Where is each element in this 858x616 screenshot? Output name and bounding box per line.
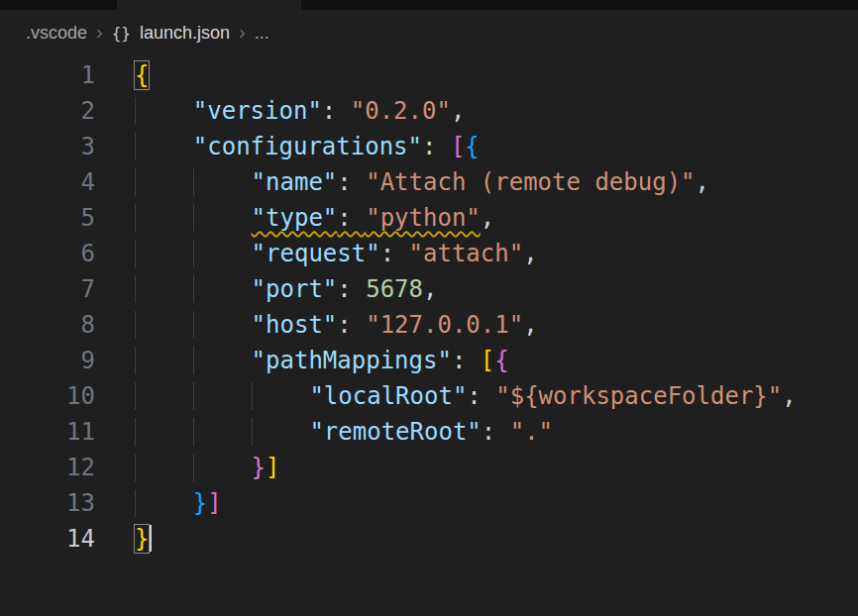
code-token: : [337, 311, 366, 339]
code-token: "configurations" [193, 133, 422, 160]
code-editor[interactable]: 1{2 "version": "0.2.0",3 "configurations… [0, 55, 858, 616]
code-line[interactable]: 14} [0, 521, 858, 557]
line-content: "request": "attach", [95, 236, 538, 271]
line-number: 13 [0, 485, 95, 521]
code-line[interactable]: 13 }] [0, 485, 858, 521]
code-token: , [481, 204, 494, 232]
code-token: "request" [252, 240, 380, 267]
indent-guide [193, 240, 252, 267]
tab-strip[interactable] [0, 0, 858, 10]
indent-guide [135, 347, 193, 374]
code-token: "version" [193, 97, 322, 125]
indent-guide [135, 454, 193, 481]
code-token: "python" [366, 204, 481, 232]
indent-guide [252, 418, 310, 446]
line-number: 5 [0, 200, 95, 236]
line-content: }] [95, 485, 222, 521]
breadcrumb-folder[interactable]: .vscode [26, 23, 87, 44]
code-token: "host" [252, 311, 338, 339]
line-content: "host": "127.0.0.1", [95, 307, 538, 343]
breadcrumb-file[interactable]: launch.json [140, 23, 230, 44]
indent-guide [252, 382, 310, 410]
line-number: 12 [0, 450, 95, 485]
line-content: "name": "Attach (remote debug)", [95, 164, 709, 200]
line-content: }] [95, 450, 280, 485]
json-file-icon: {} [112, 24, 131, 43]
code-token: , [696, 168, 709, 196]
code-token: } [252, 454, 266, 481]
code-token: { [465, 133, 479, 160]
indent-guide [135, 489, 193, 517]
code-token: "name" [252, 168, 338, 196]
code-token: : [337, 204, 366, 232]
code-line[interactable]: 3 "configurations": [{ [0, 129, 858, 164]
code-token: : [467, 382, 495, 410]
code-token: : [337, 275, 366, 303]
code-token: , [782, 382, 796, 410]
line-number: 8 [0, 307, 95, 343]
code-token: , [423, 275, 437, 303]
code-token: "remoteRoot" [309, 418, 481, 446]
line-content: "localRoot": "${workspaceFolder}", [95, 378, 797, 414]
line-content: "pathMappings": [{ [95, 343, 509, 378]
indent-guide [135, 240, 193, 267]
line-number: 1 [0, 57, 95, 93]
code-line[interactable]: 9 "pathMappings": [{ [0, 343, 858, 378]
chevron-right-icon: › [239, 22, 246, 42]
code-line[interactable]: 10 "localRoot": "${workspaceFolder}", [0, 378, 858, 414]
line-number: 10 [0, 378, 95, 414]
line-content: { [95, 57, 149, 93]
indent-guide [193, 454, 252, 481]
code-token: "port" [252, 275, 338, 303]
code-line[interactable]: 1{ [0, 57, 858, 93]
line-content: "configurations": [{ [95, 129, 480, 164]
line-number: 11 [0, 414, 95, 450]
code-token: "." [510, 418, 553, 446]
breadcrumb-symbol-ellipsis[interactable]: ... [255, 23, 269, 44]
line-content: } [95, 521, 152, 557]
code-lines: 1{2 "version": "0.2.0",3 "configurations… [0, 57, 858, 557]
indent-guide [135, 275, 193, 303]
code-token: } [135, 525, 149, 553]
code-line[interactable]: 7 "port": 5678, [0, 271, 858, 307]
code-line[interactable]: 4 "name": "Attach (remote debug)", [0, 164, 858, 200]
indent-guide [135, 382, 193, 410]
code-token: "127.0.0.1" [366, 311, 523, 339]
code-token: , [523, 240, 537, 267]
code-token: [ [481, 347, 494, 374]
line-number: 7 [0, 271, 95, 307]
indent-guide [193, 382, 252, 410]
code-token: : [482, 418, 510, 446]
code-line[interactable]: 5 "type": "python", [0, 200, 858, 236]
chevron-right-icon: › [96, 22, 103, 42]
code-token: , [451, 97, 465, 125]
code-token: "attach" [409, 240, 524, 267]
code-line[interactable]: 8 "host": "127.0.0.1", [0, 307, 858, 343]
line-content: "type": "python", [95, 200, 494, 236]
line-content: "version": "0.2.0", [95, 93, 465, 129]
indent-guide [135, 133, 193, 160]
code-line[interactable]: 11 "remoteRoot": "." [0, 414, 858, 450]
code-token: ] [266, 454, 279, 481]
indent-guide [193, 347, 252, 374]
indent-guide [135, 204, 193, 232]
code-token: "${workspaceFolder}" [495, 382, 782, 410]
code-token: "type" [252, 204, 338, 232]
line-number: 3 [0, 129, 95, 164]
code-token: "Attach (remote debug)" [366, 168, 695, 196]
code-line[interactable]: 12 }] [0, 450, 858, 485]
line-number: 9 [0, 343, 95, 378]
line-number: 4 [0, 164, 95, 200]
indent-guide [135, 418, 193, 446]
code-token: 5678 [366, 275, 423, 303]
line-number: 6 [0, 236, 95, 271]
indent-guide [193, 418, 252, 446]
code-line[interactable]: 2 "version": "0.2.0", [0, 93, 858, 129]
code-token: , [523, 311, 537, 339]
code-line[interactable]: 6 "request": "attach", [0, 236, 858, 271]
line-number: 14 [0, 521, 95, 557]
indent-guide [135, 97, 193, 125]
code-token: ] [207, 489, 221, 517]
code-token: } [193, 489, 207, 517]
code-token: { [135, 61, 149, 89]
